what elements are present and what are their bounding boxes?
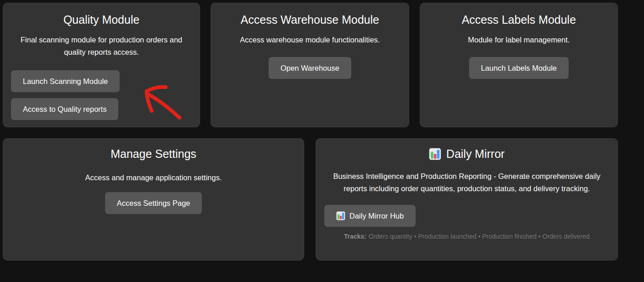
card-quality-module: Quality Module Final scanning module for… [3,3,200,127]
open-warehouse-button[interactable]: Open Warehouse [269,57,351,79]
daily-mirror-hub-button[interactable]: Daily Mirror Hub [324,205,416,227]
card-title: Access Labels Module [425,13,613,26]
launch-scanning-module-button[interactable]: Launch Scanning Module [11,70,120,92]
card-daily-mirror: Daily Mirror Business Intelligence and P… [316,138,618,261]
card-description: Access warehouse module functionalities. [218,34,401,46]
card-description: Module for label management. [428,34,610,46]
access-quality-reports-button[interactable]: Access to Quality reports [11,98,118,120]
bar-chart-icon [429,148,441,160]
card-warehouse-module: Access Warehouse Module Access warehouse… [211,3,409,127]
card-title: Manage Settings [8,147,299,161]
tracks-label: Tracks: [344,233,366,240]
tracks-items: Orders quantity • Production launched • … [369,233,590,240]
button-label: Daily Mirror Hub [349,211,404,220]
card-title: Quality Module [8,13,195,26]
card-labels-module: Access Labels Module Module for label ma… [420,3,618,127]
access-settings-page-button[interactable]: Access Settings Page [105,192,202,214]
button-stack: Launch Scanning Module Access to Quality… [11,70,200,120]
card-title: Access Warehouse Module [216,13,404,26]
card-title-text: Daily Mirror [446,147,505,160]
tracks-footer: Tracks:Orders quantity • Production laun… [316,233,618,240]
launch-labels-module-button[interactable]: Launch Labels Module [469,57,569,79]
bar-chart-icon [336,211,345,220]
card-title: Daily Mirror [321,147,613,161]
card-description: Final scanning module for production ord… [11,34,192,58]
card-manage-settings: Manage Settings Access and manage applic… [3,138,304,261]
card-description: Business Intelligence and Production Rep… [323,170,610,195]
card-description: Access and manage application settings. [11,172,296,184]
